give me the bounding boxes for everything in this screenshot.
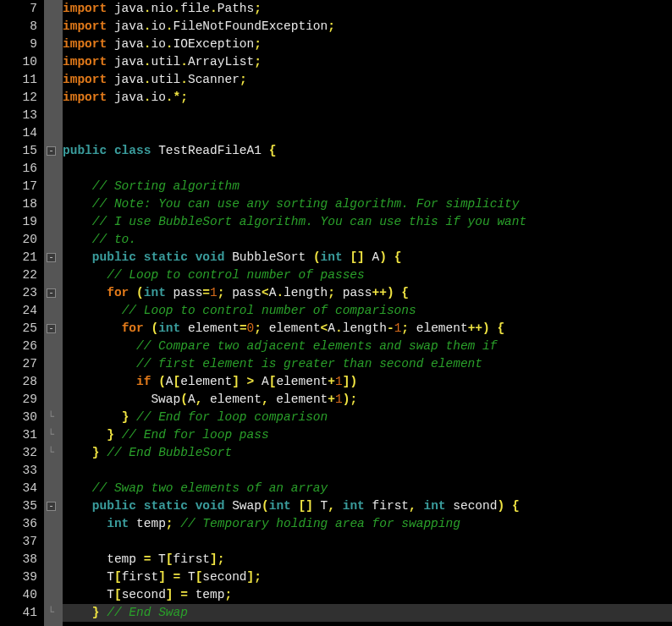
code-line[interactable]: } // End for loop pass <box>63 426 672 444</box>
code-line[interactable]: // Note: You can use any sorting algorit… <box>63 195 672 213</box>
code-line[interactable]: public class TestReadFileA1 { <box>63 142 672 160</box>
token-txt: nio <box>151 2 173 15</box>
token-op-yellow: ; <box>180 91 188 104</box>
token-txt <box>504 499 512 513</box>
fold-close-icon: └ <box>46 448 57 458</box>
token-txt <box>136 499 144 513</box>
code-line[interactable] <box>63 124 672 142</box>
token-txt: T <box>63 570 114 584</box>
code-line[interactable]: import java.util.ArrayList; <box>63 53 672 71</box>
token-op-yellow: ; <box>240 73 247 86</box>
code-line[interactable]: for (int pass=1; pass<A.length; pass++) … <box>63 284 672 302</box>
code-line[interactable]: import java.util.Scanner; <box>63 71 672 89</box>
token-txt <box>63 446 92 459</box>
token-txt: Paths <box>218 2 255 15</box>
code-editor[interactable]: import java.nio.file.Paths;import java.i… <box>63 0 672 626</box>
token-txt <box>63 179 92 193</box>
token-op-yellow: ; <box>254 37 262 51</box>
token-op-yellow: { <box>394 250 402 264</box>
token-txt <box>100 606 107 619</box>
token-kw-orange: import <box>63 73 107 86</box>
token-txt: java <box>107 19 144 33</box>
token-txt <box>240 375 247 388</box>
token-txt: first <box>174 552 211 566</box>
code-line[interactable]: // Loop to control number of passes <box>63 266 672 284</box>
token-txt: element <box>180 321 240 335</box>
token-txt <box>291 499 299 513</box>
token-op-yellow: . <box>166 37 174 51</box>
token-op-yellow: ; <box>254 321 262 335</box>
code-line[interactable]: } // End Swap <box>63 604 672 622</box>
token-cm-green: // End for loop comparison <box>136 410 328 424</box>
code-line[interactable]: // Loop to control number of comparisons <box>63 302 672 320</box>
token-txt: pass <box>166 286 203 299</box>
code-line[interactable]: Swap(A, element, element+1); <box>63 391 672 409</box>
code-line[interactable]: } // End for loop comparison <box>63 409 672 426</box>
code-line[interactable]: // first element is greater than second … <box>63 355 672 373</box>
code-line[interactable]: for (int element=0; element<A.length-1; … <box>63 320 672 338</box>
token-cm-green: // End Swap <box>107 606 188 619</box>
fold-open-icon[interactable]: - <box>47 146 56 156</box>
token-txt: element <box>276 375 328 388</box>
fold-close-icon: └ <box>46 413 57 422</box>
code-line[interactable] <box>63 107 672 124</box>
token-op-yellow: . <box>276 286 284 299</box>
token-txt: second <box>122 588 166 601</box>
token-txt <box>335 499 343 513</box>
fold-open-icon[interactable]: - <box>47 253 56 262</box>
token-op-yellow: ] <box>166 588 174 601</box>
token-txt: T <box>151 552 165 566</box>
token-txt: BubbleSort <box>224 250 312 264</box>
code-line[interactable] <box>63 533 672 551</box>
token-txt <box>63 517 107 530</box>
token-kw-teal: int <box>158 321 180 335</box>
code-line[interactable]: // Sorting algorithm <box>63 178 672 195</box>
token-kw-teal: int <box>269 499 291 513</box>
code-line[interactable]: int temp; // Temporary holding area for … <box>63 515 672 533</box>
line-number: 19 <box>0 213 44 231</box>
token-op-yellow: ; <box>328 286 335 299</box>
code-line[interactable]: // Compare two adjacent elements and swa… <box>63 338 672 355</box>
code-line[interactable]: import java.io.IOException; <box>63 36 672 53</box>
code-line[interactable]: import java.io.*; <box>63 89 672 107</box>
token-txt <box>136 250 144 264</box>
code-line[interactable]: import java.io.FileNotFoundException; <box>63 18 672 36</box>
code-line[interactable]: if (A[element] > A[element+1]) <box>63 373 672 391</box>
token-op-yellow: ; <box>328 19 335 33</box>
token-num-orange: 1 <box>335 375 343 388</box>
code-line[interactable] <box>63 462 672 480</box>
token-op-yellow: ; <box>224 588 232 601</box>
token-kw-teal: class <box>114 144 151 157</box>
token-op-yellow: . <box>335 321 343 335</box>
fold-close-icon: └ <box>46 608 57 618</box>
token-txt <box>63 268 107 282</box>
fold-open-icon[interactable]: - <box>47 502 56 511</box>
code-line[interactable]: public static void Swap(int [] T, int fi… <box>63 497 672 515</box>
token-txt <box>107 144 114 157</box>
fold-open-icon[interactable]: - <box>47 324 56 333</box>
code-line[interactable]: } // End BubbleSort <box>63 444 672 462</box>
code-line[interactable]: temp = T[first]; <box>63 551 672 568</box>
code-line[interactable]: // Swap two elements of an array <box>63 480 672 497</box>
fold-open-icon[interactable]: - <box>47 288 56 298</box>
token-txt: FileNotFoundException <box>174 19 328 33</box>
code-line[interactable] <box>63 160 672 178</box>
token-op-yellow: ) <box>482 321 490 335</box>
line-number: 14 <box>0 124 44 142</box>
token-txt: Swap <box>224 499 262 513</box>
code-line[interactable]: public static void BubbleSort (int [] A)… <box>63 249 672 266</box>
token-kw-orange: import <box>63 55 107 69</box>
token-kw-orange: import <box>63 19 107 33</box>
code-line[interactable]: T[first] = T[second]; <box>63 568 672 586</box>
fold-column[interactable]: ----└└└-└ <box>44 0 63 626</box>
code-line[interactable]: // I use BubbleSort algorithm. You can u… <box>63 213 672 231</box>
token-txt <box>63 250 92 264</box>
token-txt: first <box>365 499 409 513</box>
token-num-orange: 0 <box>247 321 255 335</box>
code-line[interactable]: T[second] = temp; <box>63 586 672 604</box>
token-txt: java <box>107 73 144 86</box>
code-line[interactable]: import java.nio.file.Paths; <box>63 0 672 18</box>
token-op-yellow: } <box>92 446 100 459</box>
token-op-yellow: ) <box>387 286 394 299</box>
code-line[interactable]: // to. <box>63 231 672 249</box>
